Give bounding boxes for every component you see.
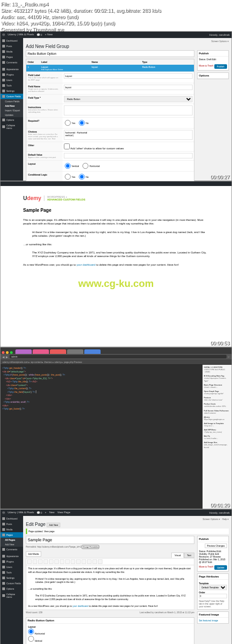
howdy-text[interactable]: Howdy, carolinek: [209, 33, 230, 36]
tab[interactable]: [67, 349, 83, 354]
search-icon[interactable]: ⌕: [228, 355, 230, 358]
field-name-input[interactable]: [64, 85, 193, 90]
screen-options[interactable]: Screen Options ▾: [203, 518, 220, 520]
howdy-text[interactable]: Howdy, carolinek: [209, 511, 230, 514]
preview-button[interactable]: Preview Changes: [205, 544, 227, 548]
menu-tools[interactable]: Tools: [0, 570, 23, 575]
field-group-title-input[interactable]: Radio Button Option: [26, 50, 194, 57]
required-no[interactable]: No: [79, 120, 88, 126]
new-link[interactable]: New: [49, 511, 54, 515]
required-yes[interactable]: Yes: [65, 120, 75, 126]
menu-appearance[interactable]: Appearance: [0, 553, 23, 559]
close-icon[interactable]: [2, 351, 5, 354]
template-select[interactable]: Default Template: [199, 585, 227, 590]
dashboard-link[interactable]: your dashboard: [77, 263, 96, 266]
menu-comments[interactable]: Comments: [0, 547, 23, 552]
layout-vertical[interactable]: Vertical: [65, 163, 79, 169]
url-input[interactable]: admin: [10, 355, 227, 358]
submenu-cf[interactable]: Custom Fields: [0, 99, 23, 104]
unlink-button[interactable]: [87, 559, 92, 564]
menu-media[interactable]: Media: [0, 49, 23, 54]
menu-dashboard[interactable]: Dashboard: [0, 516, 23, 521]
quote-button[interactable]: [54, 559, 59, 564]
trash-link[interactable]: Move to Trash: [199, 64, 213, 67]
submenu-add-new[interactable]: Add New: [0, 542, 23, 547]
menu-dashboard[interactable]: Dashboard: [0, 38, 23, 43]
menu-plugins[interactable]: Plugins: [0, 72, 23, 77]
add-media-button[interactable]: Add Media: [26, 551, 41, 557]
post-title-input[interactable]: [26, 536, 194, 544]
italic-button[interactable]: [33, 559, 37, 564]
menu-pages[interactable]: Pages: [0, 532, 23, 538]
strike-button[interactable]: [38, 559, 43, 564]
link-button[interactable]: [82, 559, 86, 564]
align-left-button[interactable]: [65, 559, 70, 564]
menu-appearance[interactable]: Appearance: [0, 67, 23, 72]
tab[interactable]: [15, 349, 32, 354]
submenu-updates[interactable]: Updates: [0, 113, 23, 117]
radio-vertical[interactable]: Vertical: [28, 635, 192, 643]
menu-posts[interactable]: Posts: [0, 521, 23, 527]
wp-logo-icon[interactable]: ⓦ: [2, 511, 5, 515]
other-checkbox[interactable]: Add 'other' choice to allow for custom v…: [64, 147, 124, 150]
field-type-select[interactable]: Radio Button: [64, 96, 193, 102]
view-page[interactable]: View Page: [57, 511, 70, 515]
radio-horizontal[interactable]: Horizontal: [28, 628, 192, 635]
tab-text[interactable]: Text: [184, 553, 194, 558]
ol-button[interactable]: [49, 559, 53, 564]
menu-plugins[interactable]: Plugins: [0, 559, 23, 564]
comments-icon[interactable]: 💬 0: [37, 511, 42, 515]
menu-options[interactable]: Options: [0, 117, 23, 123]
menu-custom-fields[interactable]: Custom Fields: [0, 94, 23, 99]
add-new-button[interactable]: Add New: [47, 523, 60, 527]
menu-media[interactable]: Media: [0, 527, 23, 532]
bold-button[interactable]: [27, 559, 32, 564]
tab[interactable]: [33, 349, 49, 354]
align-right-button[interactable]: [76, 559, 81, 564]
menu-posts[interactable]: Posts: [0, 43, 23, 49]
back-icon[interactable]: ◀: [2, 355, 5, 358]
align-center-button[interactable]: [71, 559, 75, 564]
choices-input[interactable]: horizontal : Horizontal vertical |: [64, 130, 193, 140]
submenu-add-new[interactable]: Add New: [0, 104, 23, 108]
menu-users[interactable]: Users: [0, 77, 23, 83]
hr-button[interactable]: [60, 559, 64, 564]
layout-horizontal[interactable]: Horizontal: [82, 163, 100, 169]
menu-users[interactable]: Users: [0, 564, 23, 570]
content-editor[interactable]: This is an example page. It's different …: [26, 565, 194, 610]
menu-settings[interactable]: Settings: [0, 88, 23, 94]
menu-options[interactable]: Options: [0, 586, 23, 592]
help-toggle[interactable]: Help ▾: [222, 518, 229, 520]
submenu-all-pages[interactable]: All Pages: [0, 538, 23, 542]
menu-settings[interactable]: Settings: [0, 575, 23, 581]
menu-pages[interactable]: Pages: [0, 54, 23, 60]
menu-collapse[interactable]: Collapse menu: [0, 123, 23, 131]
field-label-input[interactable]: [64, 73, 193, 79]
tab[interactable]: [84, 349, 101, 354]
publish-button[interactable]: Publish: [214, 64, 227, 69]
maximize-icon[interactable]: [10, 351, 13, 354]
menu-custom-fields[interactable]: Custom Fields: [0, 581, 23, 586]
more-button[interactable]: [92, 559, 97, 564]
ul-button[interactable]: [44, 559, 48, 564]
submenu-import[interactable]: Import / Export: [0, 108, 23, 113]
fullscreen-button[interactable]: [98, 559, 102, 564]
menu-comments[interactable]: Comments: [0, 60, 23, 65]
order-input[interactable]: [199, 594, 227, 598]
instructions-input[interactable]: [64, 105, 193, 115]
tab[interactable]: [50, 349, 66, 354]
minimize-icon[interactable]: [6, 351, 9, 354]
acf-field-row[interactable]: 1 LayoutEdit Duplicate Move Delete layou…: [26, 65, 194, 72]
set-featured-link[interactable]: Set featured image: [199, 619, 218, 622]
trash-link[interactable]: Move to Trash: [199, 565, 213, 568]
update-button[interactable]: Update: [214, 565, 227, 570]
menu-collapse[interactable]: Collapse menu: [0, 592, 23, 600]
menu-tools[interactable]: Tools: [0, 83, 23, 88]
tab-visual[interactable]: Visual: [171, 553, 184, 558]
change-permalink-btn[interactable]: Change Permalinks: [82, 545, 99, 549]
site-name[interactable]: Udemy | Milk & Pixels: [8, 511, 34, 515]
default-value-input[interactable]: [64, 153, 193, 158]
page-title: Edit Page Add New: [26, 520, 229, 529]
code-editor[interactable]: <?php get_header(); ?> <div id="default-…: [0, 365, 203, 509]
forward-icon[interactable]: ▶: [6, 355, 8, 358]
